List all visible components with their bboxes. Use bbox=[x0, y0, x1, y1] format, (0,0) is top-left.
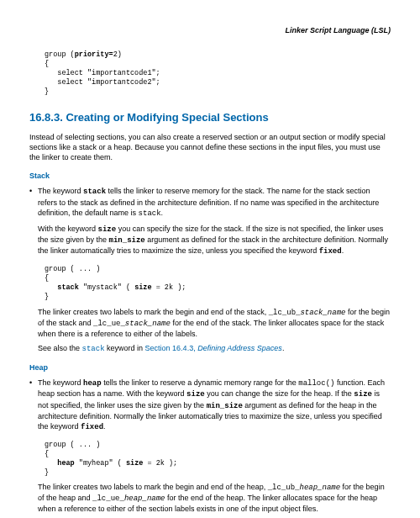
stack-bullet: • The keyword stack tells the linker to … bbox=[29, 186, 391, 262]
page-header-title: Linker Script Language (LSL) bbox=[29, 25, 391, 35]
heap-p2: The linker creates two labels to mark th… bbox=[38, 482, 391, 514]
heap-p1: The keyword heap tells the linker to res… bbox=[38, 378, 391, 432]
stack-p3: The linker creates two labels to mark th… bbox=[38, 307, 391, 339]
bullet-icon: • bbox=[29, 378, 38, 437]
code-block-priority-group: group (priority=2) { select "importantco… bbox=[45, 50, 391, 97]
bullet-icon: • bbox=[29, 186, 38, 262]
code-block-heap: group ( ... ) { heap "myheap" ( size = 2… bbox=[45, 441, 391, 478]
address-spaces-link[interactable]: Section 16.4.3, Defining Address Spaces bbox=[145, 344, 282, 352]
stack-p2: With the keyword size you can specify th… bbox=[38, 224, 391, 256]
stack-subheading: Stack bbox=[29, 171, 391, 181]
stack-p4: See also the stack keyword in Section 16… bbox=[38, 343, 391, 354]
heap-subheading: Heap bbox=[29, 362, 391, 373]
stack-p1: The keyword stack tells the linker to re… bbox=[38, 186, 391, 218]
stack-content: The keyword stack tells the linker to re… bbox=[38, 186, 391, 262]
section-heading: 16.8.3. Creating or Modifying Special Se… bbox=[29, 110, 391, 125]
code-block-stack: group ( ... ) { stack "mystack" ( size =… bbox=[45, 265, 391, 302]
heap-bullet: • The keyword heap tells the linker to r… bbox=[29, 378, 391, 437]
heap-content: The keyword heap tells the linker to res… bbox=[38, 378, 391, 437]
intro-paragraph: Instead of selecting sections, you can a… bbox=[29, 132, 391, 162]
